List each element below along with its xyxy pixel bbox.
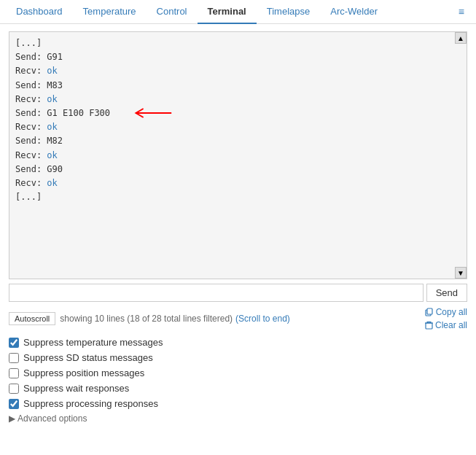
scroll-down-button[interactable]: ▼ bbox=[455, 267, 467, 279]
terminal-line-value: ok bbox=[47, 66, 57, 76]
filter-checkboxes: Suppress temperature messagesSuppress SD… bbox=[9, 337, 467, 409]
terminal-line: Recv: ok bbox=[15, 120, 461, 134]
terminal-line: Recv: ok bbox=[15, 64, 461, 78]
terminal-line-label: Recv: bbox=[15, 150, 47, 160]
terminal-output[interactable]: [...]Send: G91Recv: okSend: M83Recv: okS… bbox=[9, 31, 467, 279]
tab-control[interactable]: Control bbox=[147, 0, 198, 24]
advanced-options-toggle[interactable]: ▶ Advanced options bbox=[9, 413, 467, 424]
terminal-line: Recv: ok bbox=[15, 149, 461, 163]
checkbox-text-3: Suppress wait responses bbox=[23, 383, 129, 394]
terminal-line-value: M82 bbox=[47, 136, 63, 146]
terminal-line: Send: G91 bbox=[15, 50, 461, 64]
terminal-line-value: G1 E100 F300 bbox=[47, 108, 110, 118]
clear-all-button[interactable]: Clear all bbox=[425, 319, 467, 331]
terminal-line: Recv: ok bbox=[15, 93, 461, 106]
checkbox-label-4[interactable]: Suppress processing responses bbox=[9, 398, 467, 409]
terminal-line-label: Send: bbox=[15, 80, 47, 90]
terminal-line-label: Recv: bbox=[15, 94, 47, 104]
tab-arc-welder[interactable]: Arc-Welder bbox=[320, 0, 388, 24]
terminal-line: Send: M82 bbox=[15, 134, 461, 148]
terminal-line-label: Recv: bbox=[15, 66, 47, 76]
copy-icon bbox=[425, 308, 434, 316]
checkbox-label-0[interactable]: Suppress temperature messages bbox=[9, 337, 467, 348]
terminal-line: [...] bbox=[15, 190, 461, 204]
action-buttons: Copy all Clear all bbox=[425, 306, 467, 331]
terminal-line-value: M83 bbox=[47, 80, 63, 90]
terminal-line-value: ok bbox=[47, 122, 57, 132]
terminal-line-label: Send: bbox=[15, 108, 47, 118]
checkbox-3[interactable] bbox=[9, 384, 19, 394]
checkbox-0[interactable] bbox=[9, 338, 19, 348]
checkbox-label-2[interactable]: Suppress position messages bbox=[9, 368, 467, 378]
chevron-right-icon: ▶ bbox=[9, 413, 15, 424]
svg-rect-3 bbox=[426, 323, 432, 329]
terminal-line-value: ok bbox=[47, 150, 57, 160]
status-row: Autoscroll showing 10 lines (18 of 28 to… bbox=[9, 306, 467, 331]
svg-rect-2 bbox=[427, 308, 432, 314]
terminal-line-label: Recv: bbox=[15, 122, 47, 132]
terminal-line-value: ok bbox=[47, 178, 57, 188]
terminal-line-value: G90 bbox=[47, 164, 63, 174]
checkbox-text-4: Suppress processing responses bbox=[23, 398, 158, 409]
checkbox-2[interactable] bbox=[9, 368, 19, 378]
checkbox-text-1: Suppress SD status messages bbox=[23, 352, 153, 363]
terminal-line: [...] bbox=[15, 36, 461, 50]
nav-bar: Dashboard Temperature Control Terminal T… bbox=[0, 0, 476, 24]
autoscroll-button[interactable]: Autoscroll bbox=[9, 312, 55, 325]
command-input[interactable] bbox=[9, 284, 424, 302]
copy-all-button[interactable]: Copy all bbox=[425, 306, 467, 318]
terminal-line: Send: G90 bbox=[15, 163, 461, 176]
main-content: [...]Send: G91Recv: okSend: M83Recv: okS… bbox=[0, 24, 476, 431]
lines-info: showing 10 lines (18 of 28 total lines f… bbox=[60, 314, 233, 324]
terminal-line-label: Send: bbox=[15, 52, 47, 62]
checkbox-label-3[interactable]: Suppress wait responses bbox=[9, 383, 467, 394]
send-button[interactable]: Send bbox=[426, 284, 467, 302]
tab-timelapse[interactable]: Timelapse bbox=[257, 0, 320, 24]
terminal-line-label: Recv: bbox=[15, 178, 47, 188]
terminal-line: Recv: ok bbox=[15, 176, 461, 190]
checkbox-label-1[interactable]: Suppress SD status messages bbox=[9, 352, 467, 363]
terminal-line-label: Send: bbox=[15, 164, 47, 174]
terminal-line: Send: M83 bbox=[15, 79, 461, 93]
nav-menu-button[interactable]: ≡ bbox=[453, 1, 470, 22]
tab-dashboard[interactable]: Dashboard bbox=[6, 0, 73, 24]
terminal-line-value: G91 bbox=[47, 52, 63, 62]
checkbox-4[interactable] bbox=[9, 399, 19, 409]
checkbox-text-2: Suppress position messages bbox=[23, 368, 144, 378]
scroll-up-button[interactable]: ▲ bbox=[455, 32, 467, 44]
terminal-line-label: Send: bbox=[15, 136, 47, 146]
trash-icon bbox=[425, 321, 433, 330]
terminal-line: Send: G1 E100 F300 bbox=[15, 106, 461, 120]
command-input-row: Send bbox=[9, 284, 467, 302]
checkbox-1[interactable] bbox=[9, 353, 19, 363]
terminal-line-value: ok bbox=[47, 94, 57, 104]
tab-temperature[interactable]: Temperature bbox=[73, 0, 147, 24]
tab-terminal[interactable]: Terminal bbox=[198, 0, 257, 24]
scroll-to-end-link[interactable]: (Scroll to end) bbox=[235, 314, 290, 324]
checkbox-text-0: Suppress temperature messages bbox=[23, 337, 163, 348]
terminal-wrapper: [...]Send: G91Recv: okSend: M83Recv: okS… bbox=[9, 31, 467, 279]
